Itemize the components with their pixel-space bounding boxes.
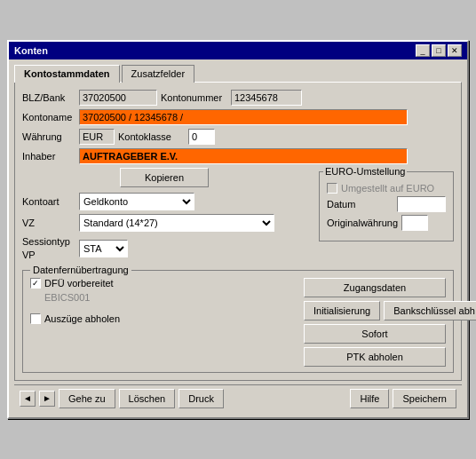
sofort-button[interactable]: Sofort <box>304 324 446 344</box>
speichern-button[interactable]: Speichern <box>393 389 456 408</box>
next-button[interactable]: ► <box>39 391 55 407</box>
kontoart-select[interactable]: Geldkonto Depot <box>79 193 194 210</box>
sessiontyp-label: SessiontypVP <box>22 235 75 261</box>
blz-row: BLZ/Bank Kontonummer <box>22 90 454 106</box>
vz-select[interactable]: Standard (14*27) <box>79 214 274 232</box>
bankschlussel-button[interactable]: Bankschlüssel abh. <box>384 301 476 321</box>
inhaber-label: Inhaber <box>22 151 75 162</box>
dfue-right: Zugangsdaten Initialisierung Bankschlüss… <box>304 278 446 367</box>
ebics-label: EBICS001 <box>44 292 297 303</box>
kopieren-row: Kopieren <box>22 168 306 187</box>
euro-group-container: EURO-Umstellung Umgestellt auf EURO Datu… <box>315 171 454 265</box>
window-body: Kontostammdaten Zusatzfelder BLZ/Bank Ko… <box>9 59 467 417</box>
dfue-left: DFÜ vorbereitet EBICS001 Auszüge abholen <box>30 278 297 367</box>
tab-content: BLZ/Bank Kontonummer Kontoname Währung K… <box>14 82 462 381</box>
auszuge-checkbox[interactable] <box>30 313 41 324</box>
auszuge-row: Auszüge abholen <box>30 313 297 324</box>
blz-input[interactable] <box>79 90 157 106</box>
inhaber-row: Inhaber <box>22 148 454 164</box>
window-title: Konten <box>14 45 48 56</box>
euro-group-label: EURO-Umstellung <box>323 166 407 177</box>
dfu-checkbox[interactable] <box>30 278 41 289</box>
inhaber-input[interactable] <box>79 148 408 164</box>
dfu-checkbox-row: DFÜ vorbereitet <box>30 278 297 289</box>
wahrung-row: Währung Kontoklasse <box>22 129 454 145</box>
kontoklasse-label: Kontoklasse <box>118 131 185 142</box>
main-area: Kopieren Kontoart Geldkonto Depot VZ <box>22 168 454 265</box>
title-bar: Konten _ □ ✕ <box>9 42 467 59</box>
datum-row: Datum <box>327 196 446 212</box>
kontoart-label: Kontoart <box>22 196 75 207</box>
hilfe-button[interactable]: Hilfe <box>350 389 389 408</box>
wahrung-input[interactable] <box>79 129 115 145</box>
ptk-button[interactable]: PTK abholen <box>304 347 446 367</box>
auszuge-label: Auszüge abholen <box>44 313 120 324</box>
vz-label: VZ <box>22 218 75 228</box>
kontonummer-input[interactable] <box>231 90 302 106</box>
initialisierung-button[interactable]: Initialisierung <box>304 301 380 321</box>
maximize-button[interactable]: □ <box>432 44 446 57</box>
blz-label: BLZ/Bank <box>22 92 75 103</box>
dfue-group-label: Datenfernübertragung <box>30 265 131 275</box>
title-bar-buttons: _ □ ✕ <box>416 44 462 57</box>
toolbar: ◄ ► Gehe zu Löschen Druck Hilfe Speicher… <box>14 384 462 412</box>
tab-kontostammdaten[interactable]: Kontostammdaten <box>14 65 120 83</box>
main-window: Konten _ □ ✕ Kontostammdaten Zusatzfelde… <box>7 40 469 419</box>
originalwahrung-label: Originalwährung <box>327 218 398 228</box>
minimize-button[interactable]: _ <box>416 44 430 57</box>
umgestellt-row: Umgestellt auf EURO <box>327 183 446 194</box>
kopieren-button[interactable]: Kopieren <box>120 168 209 187</box>
dfu-label: DFÜ vorbereitet <box>44 278 114 289</box>
kontonummer-label: Kontonummer <box>161 92 227 103</box>
kontoart-row: Kontoart Geldkonto Depot <box>22 193 306 210</box>
kontoklasse-input[interactable] <box>188 129 215 145</box>
euro-group: EURO-Umstellung Umgestellt auf EURO Datu… <box>319 171 454 241</box>
originalwahrung-input[interactable] <box>401 215 428 231</box>
tabs-bar: Kontostammdaten Zusatzfelder <box>14 65 462 83</box>
kontoname-row: Kontoname <box>22 109 454 125</box>
umgestellt-checkbox[interactable] <box>327 183 337 194</box>
dfue-group: Datenfernübertragung DFÜ vorbereitet EBI… <box>22 270 454 373</box>
original-row: Originalwährung <box>327 215 446 231</box>
wahrung-label: Währung <box>22 131 75 142</box>
datum-input[interactable] <box>397 196 446 212</box>
zugangsdaten-button[interactable]: Zugangsdaten <box>304 278 446 297</box>
vz-row: VZ Standard (14*27) <box>22 214 306 232</box>
close-button[interactable]: ✕ <box>448 44 462 57</box>
loschen-button[interactable]: Löschen <box>119 389 176 408</box>
prev-button[interactable]: ◄ <box>20 391 36 407</box>
kontoname-label: Kontoname <box>22 112 75 123</box>
datum-label: Datum <box>327 199 393 210</box>
init-bankkey-row: Initialisierung Bankschlüssel abh. <box>304 301 446 321</box>
dfue-columns: DFÜ vorbereitet EBICS001 Auszüge abholen… <box>30 278 446 367</box>
druck-button[interactable]: Druck <box>178 389 224 408</box>
sessiontyp-select[interactable]: STA RDH <box>79 240 128 257</box>
gehe-zu-button[interactable]: Gehe zu <box>59 389 115 408</box>
sessiontyp-row: SessiontypVP STA RDH <box>22 235 306 261</box>
umgestellt-label: Umgestellt auf EURO <box>341 183 434 194</box>
tab-zusatzfelder[interactable]: Zusatzfelder <box>122 65 195 83</box>
left-area: Kopieren Kontoart Geldkonto Depot VZ <box>22 168 306 265</box>
kontoname-input[interactable] <box>79 109 408 125</box>
